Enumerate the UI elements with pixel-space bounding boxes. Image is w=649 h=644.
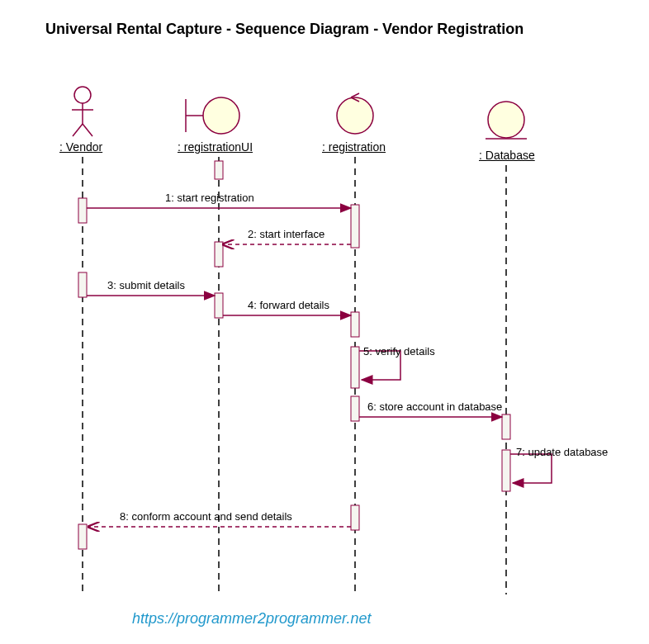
message-1-label: 1: start registration <box>165 192 254 204</box>
activation-box <box>351 396 359 421</box>
activation-box <box>502 450 510 491</box>
svg-point-9 <box>337 97 373 134</box>
activation-box <box>351 205 359 248</box>
activation-box <box>351 505 359 530</box>
message-4-label: 4: forward details <box>248 299 329 311</box>
message-7-label: 7: update database <box>516 446 608 458</box>
svg-point-1 <box>74 87 91 103</box>
svg-line-4 <box>73 124 83 136</box>
message-5-label: 5: verify details <box>363 345 435 358</box>
watermark-link: https://programmer2programmer.net <box>132 610 371 627</box>
message-6-label: 6: store account in database <box>367 400 502 413</box>
vendor-actor <box>72 87 93 136</box>
activation-box <box>502 414 510 439</box>
registrationui-label: : registrationUI <box>178 140 253 154</box>
message-2-label: 2: start interface <box>248 228 324 240</box>
database-entity <box>486 102 527 139</box>
activation-box <box>78 524 87 549</box>
svg-line-5 <box>83 124 92 136</box>
registrationui-boundary <box>186 97 239 134</box>
activation-box <box>78 272 87 297</box>
database-label: : Database <box>479 149 535 162</box>
sequence-diagram <box>0 0 649 644</box>
activation-box <box>351 347 359 388</box>
activation-box <box>215 293 223 318</box>
svg-point-8 <box>203 97 239 134</box>
registration-control <box>337 93 373 134</box>
svg-point-10 <box>488 102 524 138</box>
message-3-label: 3: submit details <box>107 279 185 291</box>
activation-box <box>78 198 87 223</box>
message-7-arrow <box>510 454 552 483</box>
activation-box <box>215 161 223 179</box>
vendor-label: : Vendor <box>59 140 102 154</box>
activation-box <box>215 242 223 267</box>
registration-label: : registration <box>322 140 386 154</box>
activation-box <box>351 312 359 337</box>
message-8-label: 8: conform account and send details <box>120 510 292 523</box>
